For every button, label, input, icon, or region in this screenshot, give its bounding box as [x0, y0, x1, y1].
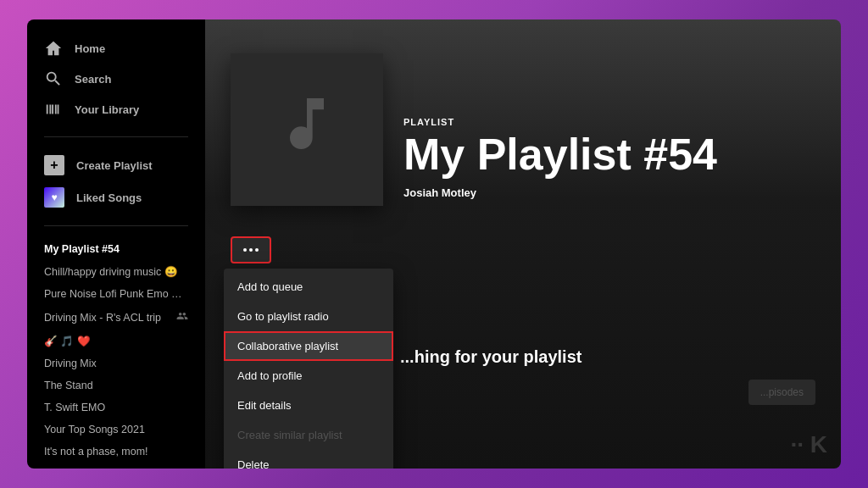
library-item-driving-mix-acl[interactable]: Driving Mix - R's ACL trip: [27, 305, 205, 330]
sidebar-actions: + Create Playlist ♥ Liked Songs: [27, 142, 205, 220]
context-menu-go-to-radio[interactable]: Go to playlist radio: [224, 302, 393, 331]
heart-icon: ♥: [44, 187, 64, 208]
sidebar-divider-1: [44, 136, 188, 137]
context-menu-collaborative[interactable]: Collaborative playlist: [224, 331, 393, 361]
playlist-cover: [231, 53, 383, 206]
context-menu-create-similar: Create similar playlist: [224, 420, 393, 450]
library-item-emoji-row[interactable]: 🎸 🎵 ❤️: [27, 330, 205, 352]
playlist-controls: Add to queue Go to playlist radio Collab…: [205, 223, 841, 277]
sidebar-nav: Home Search Your Library: [27, 19, 205, 131]
library-item-my-playlist-54[interactable]: My Playlist #54: [27, 238, 205, 260]
more-options-button[interactable]: [231, 236, 271, 263]
dot-2: [249, 248, 253, 252]
library-icon: [44, 100, 63, 119]
plus-icon: +: [44, 155, 64, 175]
collab-icon: [176, 310, 188, 324]
home-icon: [44, 39, 63, 58]
library-item-pure-noise[interactable]: Pure Noise Lofi Punk Emo Pop P...: [27, 283, 205, 305]
dot-3: [255, 248, 259, 252]
dot-1: [243, 248, 247, 252]
sidebar-divider-2: [44, 225, 188, 226]
app-container: Home Search Your Library: [27, 19, 841, 469]
watermark: ·· K: [790, 431, 827, 458]
create-playlist-button[interactable]: + Create Playlist: [27, 149, 205, 181]
library-item-chill-driving[interactable]: Chill/happy driving music 😀: [27, 260, 205, 283]
playlist-type-label: PLAYLIST: [403, 117, 717, 127]
library-item-t-swift-emo[interactable]: T. Swift EMO: [27, 396, 205, 419]
library-item-not-a-phase[interactable]: It's not a phase, mom!: [27, 441, 205, 463]
music-note-icon: [273, 90, 341, 170]
sidebar-library: My Playlist #54 Chill/happy driving musi…: [27, 231, 205, 469]
search-icon: [44, 69, 63, 88]
context-menu-add-to-profile[interactable]: Add to profile: [224, 361, 393, 391]
sidebar-item-search[interactable]: Search: [27, 64, 205, 94]
context-menu-edit-details[interactable]: Edit details: [224, 391, 393, 420]
playlist-info: PLAYLIST My Playlist #54 Josiah Motley: [403, 117, 717, 206]
playlist-author: Josiah Motley: [403, 186, 717, 199]
playlist-title: My Playlist #54: [403, 132, 717, 176]
liked-songs-button[interactable]: ♥ Liked Songs: [27, 181, 205, 214]
episode-hint: ...pisodes: [748, 380, 815, 405]
library-item-driving-mix[interactable]: Driving Mix: [27, 352, 205, 374]
library-item-the-stand[interactable]: The Stand: [27, 374, 205, 396]
main-content: PLAYLIST My Playlist #54 Josiah Motley A…: [205, 19, 841, 469]
context-menu-delete[interactable]: Delete: [224, 450, 393, 469]
library-item-top-songs-2021[interactable]: Your Top Songs 2021: [27, 419, 205, 441]
finding-text: ...hing for your playlist: [400, 347, 581, 367]
sidebar: Home Search Your Library: [27, 19, 205, 469]
sidebar-item-home[interactable]: Home: [27, 33, 205, 64]
context-menu-add-to-queue[interactable]: Add to queue: [224, 272, 393, 302]
context-menu: Add to queue Go to playlist radio Collab…: [224, 269, 393, 469]
playlist-header: PLAYLIST My Playlist #54 Josiah Motley: [205, 19, 841, 223]
sidebar-item-library[interactable]: Your Library: [27, 94, 205, 125]
library-item-music-fight[interactable]: music to start a fight to: [27, 463, 205, 469]
